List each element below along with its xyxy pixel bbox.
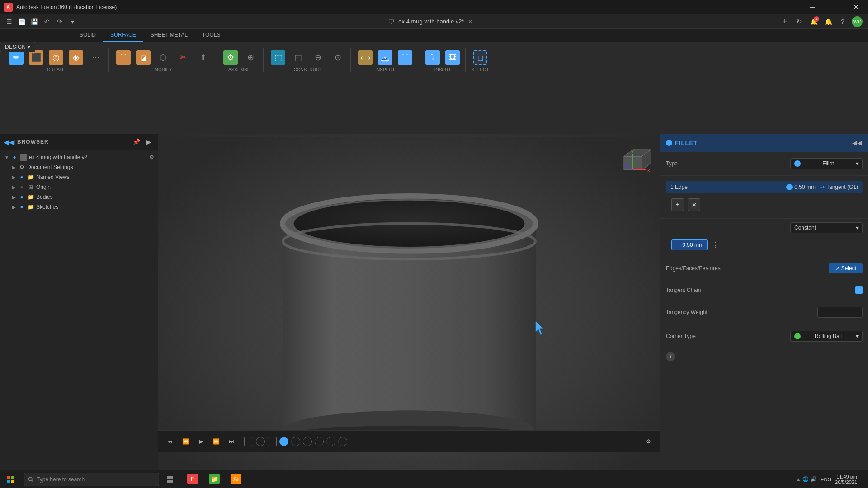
browser-pin-button[interactable]: 📌	[131, 136, 142, 147]
named-views-chevron[interactable]: ▶	[11, 174, 17, 180]
save-button[interactable]: 💾	[29, 16, 40, 27]
alert-button[interactable]: 🔔	[823, 16, 834, 27]
doc-settings-chevron[interactable]: ▶	[11, 164, 17, 170]
more-create-button[interactable]: ⋯	[87, 48, 105, 66]
taskbar-illustrator[interactable]: Ai	[226, 470, 246, 488]
section-button[interactable]: 🗻	[376, 48, 394, 66]
browser-item-named-views[interactable]: ▶ ● 📁 Named Views	[0, 172, 158, 182]
tab-sheet-metal[interactable]: SHEET METAL	[143, 29, 195, 42]
timeline-shape-5[interactable]	[291, 437, 300, 446]
remove-edge-button[interactable]: ✕	[688, 198, 700, 211]
add-button[interactable]: +	[779, 16, 790, 27]
browser-item-bodies[interactable]: ▶ ● 📁 Bodies	[0, 192, 158, 202]
show-desktop-button[interactable]	[861, 470, 863, 488]
timeline-play-button[interactable]: ▶	[194, 435, 207, 448]
help-button[interactable]: ?	[837, 16, 848, 27]
undo-button[interactable]: ↶	[42, 16, 52, 27]
thicken-button[interactable]: ⬆	[194, 48, 212, 66]
close-button[interactable]: ✕	[845, 0, 866, 14]
root-chevron[interactable]: ▼	[4, 154, 10, 160]
bodies-chevron[interactable]: ▶	[11, 194, 17, 200]
bodies-visibility-icon[interactable]: ●	[18, 193, 25, 201]
loft-button[interactable]: ◈	[67, 48, 85, 66]
notification-button[interactable]: 🔔1	[808, 16, 819, 27]
select-button[interactable]: ◻	[471, 48, 489, 66]
construct-axis-button[interactable]: ⊖	[309, 48, 327, 66]
minimize-button[interactable]: ─	[802, 0, 823, 14]
origin-visibility-icon[interactable]: ●	[18, 183, 25, 191]
browser-expand-button[interactable]: ▶	[143, 136, 154, 147]
task-view-button[interactable]	[161, 470, 179, 488]
taskbar-explorer[interactable]: 📁	[204, 470, 224, 488]
tab-tools[interactable]: TOOLS	[195, 29, 227, 42]
timeline-next-button[interactable]: ⏩	[210, 435, 222, 448]
sketches-chevron[interactable]: ▶	[11, 204, 17, 210]
volume-icon[interactable]: 🔊	[811, 476, 817, 482]
timeline-shape-7[interactable]	[315, 437, 324, 446]
network-icon[interactable]: 🌐	[802, 476, 809, 482]
nav-cube[interactable]: X Y Z	[615, 143, 651, 179]
radius-options-button[interactable]: ⋮	[711, 240, 720, 249]
root-settings-icon[interactable]: ⚙	[149, 154, 154, 160]
select-button[interactable]: ↗ Select	[829, 263, 863, 273]
timeline-shape-3[interactable]	[268, 437, 277, 446]
construct-point-button[interactable]: ⊙	[329, 48, 347, 66]
assemble-button[interactable]: ⚙	[222, 48, 240, 66]
maximize-button[interactable]: □	[824, 0, 844, 14]
timeline-shape-2[interactable]	[256, 437, 265, 446]
construct-button[interactable]: ⬚	[269, 48, 287, 66]
tab-solid[interactable]: SOLID	[72, 29, 103, 42]
radius-input[interactable]	[671, 239, 708, 250]
new-button[interactable]: 📄	[16, 16, 27, 27]
start-button[interactable]	[0, 470, 22, 488]
close-doc-icon[interactable]: ✕	[468, 19, 472, 25]
timeline-shape-active[interactable]	[279, 437, 288, 446]
app-menu-button[interactable]: ☰	[4, 16, 14, 27]
add-edge-button[interactable]: +	[671, 198, 684, 211]
timeline-settings-button[interactable]: ⚙	[642, 435, 655, 448]
timeline-prev-button[interactable]: ⏪	[179, 435, 192, 448]
insert-canvas-button[interactable]: 🖼	[443, 48, 462, 66]
browser-item-origin[interactable]: ▶ ● ⊞ Origin	[0, 182, 158, 192]
joint-button[interactable]: ⊕	[241, 48, 259, 66]
measure-button[interactable]: ⟷	[356, 48, 374, 66]
tab-surface[interactable]: SURFACE	[103, 29, 143, 42]
shell-button[interactable]: ⬡	[154, 48, 172, 66]
construct-plane-button[interactable]: ◱	[289, 48, 307, 66]
weight-input[interactable]: 1.00	[817, 307, 863, 318]
redo-dropdown[interactable]: ▾	[67, 16, 78, 27]
trim-button[interactable]: ✂	[174, 48, 192, 66]
corner-type-dropdown[interactable]: Rolling Ball ▾	[790, 331, 863, 342]
refresh-button[interactable]: ↻	[794, 16, 805, 27]
timeline-shape-9[interactable]	[338, 437, 347, 446]
fillet-button[interactable]: ⌒	[114, 48, 132, 66]
timeline-shape-1[interactable]	[244, 437, 253, 446]
root-visibility-icon[interactable]: ●	[11, 154, 18, 161]
user-avatar[interactable]: WC	[852, 16, 863, 27]
taskbar-search[interactable]: Type here to search	[24, 473, 159, 486]
sketches-visibility-icon[interactable]: ●	[18, 203, 25, 211]
doc-icon: 🛡	[388, 18, 395, 25]
tangent-chain-checkbox[interactable]: ✓	[855, 286, 863, 294]
design-mode-button[interactable]: DESIGN ▾	[0, 42, 35, 52]
timeline-last-button[interactable]: ⏭	[225, 435, 238, 448]
show-hidden-icon[interactable]: ▲	[796, 477, 801, 482]
browser-item-doc-settings[interactable]: ▶ ⚙ Document Settings	[0, 162, 158, 172]
revolve-button[interactable]: ◎	[47, 48, 65, 66]
fillet-expand-button[interactable]: ◀◀	[852, 137, 863, 148]
timeline-shape-8[interactable]	[326, 437, 335, 446]
radius-type-dropdown[interactable]: Constant ▾	[790, 222, 863, 233]
type-dropdown[interactable]: Fillet ▾	[790, 158, 863, 169]
insert-button[interactable]: ⤵	[424, 48, 442, 66]
browser-item-sketches[interactable]: ▶ ● 📁 Sketches	[0, 202, 158, 212]
timeline-shape-6[interactable]	[303, 437, 312, 446]
named-views-visibility-icon[interactable]: ●	[18, 174, 25, 181]
origin-chevron[interactable]: ▶	[11, 184, 17, 190]
redo-button[interactable]: ↷	[54, 16, 65, 27]
curvature-button[interactable]: ⌒	[396, 48, 414, 66]
timeline-rewind-button[interactable]: ⏮	[164, 435, 176, 448]
chamfer-button[interactable]: ◪	[134, 48, 152, 66]
taskbar-fusion360[interactable]: F	[183, 470, 203, 488]
collapse-left-icon[interactable]: ◀◀	[4, 138, 14, 146]
browser-item-root[interactable]: ▼ ● ex 4 mug with handle v2 ⚙	[0, 152, 158, 162]
